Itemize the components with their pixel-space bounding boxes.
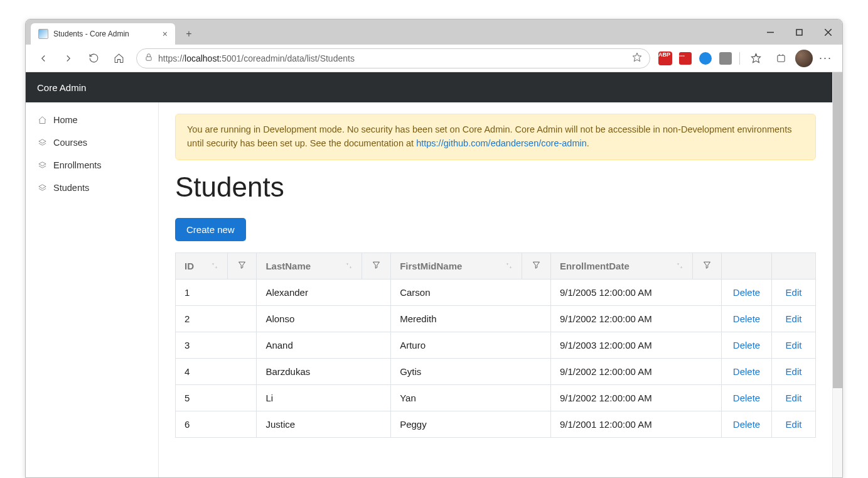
edit-link[interactable]: Edit <box>786 313 802 324</box>
delete-link[interactable]: Delete <box>733 340 760 350</box>
favorites-button[interactable] <box>745 47 768 70</box>
edit-link[interactable]: Edit <box>786 340 802 350</box>
cell: 9/1/2005 12:00:00 AM <box>550 279 721 305</box>
reload-button[interactable] <box>82 47 105 70</box>
delete-link[interactable]: Delete <box>733 313 760 324</box>
url-input[interactable]: https://localhost:5001/coreadmin/data/li… <box>136 48 650 68</box>
edit-cell: Edit <box>772 411 816 437</box>
table-row: 3AnandArturo9/1/2003 12:00:00 AMDeleteEd… <box>176 332 816 358</box>
table-row: 5LiYan9/1/2002 12:00:00 AMDeleteEdit <box>176 384 816 411</box>
cell: 1 <box>176 279 257 305</box>
sidebar-item-label: Courses <box>53 138 87 148</box>
favicon-icon <box>38 29 48 39</box>
app-topbar: Core Admin <box>26 72 832 102</box>
edit-link[interactable]: Edit <box>786 393 802 403</box>
tab-title: Students - Core Admin <box>53 30 129 38</box>
create-new-button[interactable]: Create new <box>175 218 246 241</box>
cell: 5 <box>176 384 257 411</box>
delete-link[interactable]: Delete <box>733 419 760 430</box>
alert-doc-link[interactable]: https://github.com/edandersen/core-admin <box>416 138 587 148</box>
extension-lastpass-icon[interactable]: ··· <box>677 50 694 67</box>
dev-mode-alert: You are running in Development mode. No … <box>175 114 816 160</box>
sidebar-item-students[interactable]: Students <box>26 177 158 199</box>
cell: 9/1/2002 12:00:00 AM <box>550 305 721 332</box>
tab-close-button[interactable]: × <box>163 29 168 39</box>
layers-icon <box>37 138 47 148</box>
filter-button-id[interactable] <box>228 253 257 279</box>
extension-gray-icon[interactable] <box>717 50 734 67</box>
edit-link[interactable]: Edit <box>786 366 802 377</box>
cell: Alexander <box>257 279 391 305</box>
sidebar-item-enrollments[interactable]: Enrollments <box>26 154 158 177</box>
close-window-button[interactable] <box>813 19 842 45</box>
browser-tab[interactable]: Students - Core Admin × <box>31 23 175 45</box>
delete-link[interactable]: Delete <box>733 366 760 377</box>
favorite-button[interactable] <box>632 52 642 64</box>
forward-button[interactable] <box>57 47 80 70</box>
profile-avatar[interactable] <box>795 50 813 67</box>
filter-button-firstmidname[interactable] <box>522 253 550 279</box>
sort-icon[interactable] <box>505 261 513 271</box>
svg-marker-12 <box>38 161 45 165</box>
students-table: IDLastNameFirstMidNameEnrollmentDate 1Al… <box>175 253 816 438</box>
svg-rect-4 <box>146 57 151 60</box>
more-menu-button[interactable]: ··· <box>815 52 836 65</box>
cell: 6 <box>176 411 257 437</box>
edit-link[interactable]: Edit <box>786 287 802 298</box>
cell: Gytis <box>391 358 551 384</box>
svg-marker-16 <box>533 262 539 268</box>
delete-cell: Delete <box>722 411 772 437</box>
back-button[interactable] <box>32 47 55 70</box>
scrollbar[interactable] <box>832 72 842 477</box>
svg-rect-1 <box>796 30 802 35</box>
scrollbar-thumb[interactable] <box>833 72 842 388</box>
column-header-id[interactable]: ID <box>176 253 228 279</box>
delete-link[interactable]: Delete <box>733 287 760 298</box>
extension-adblock-icon[interactable]: ABP <box>656 50 674 67</box>
column-header-firstmidname[interactable]: FirstMidName <box>391 253 522 279</box>
cell: 9/1/2002 12:00:00 AM <box>550 384 721 411</box>
edit-cell: Edit <box>772 384 816 411</box>
svg-marker-5 <box>633 53 641 61</box>
svg-marker-13 <box>38 184 45 188</box>
delete-cell: Delete <box>722 279 772 305</box>
table-row: 1AlexanderCarson9/1/2005 12:00:00 AMDele… <box>176 279 816 305</box>
table-row: 6JusticePeggy9/1/2001 12:00:00 AMDeleteE… <box>176 411 816 437</box>
sort-icon[interactable] <box>345 261 353 271</box>
sort-icon[interactable] <box>211 261 218 271</box>
brand-label: Core Admin <box>26 82 158 93</box>
delete-cell: Delete <box>722 384 772 411</box>
cell: 4 <box>176 358 257 384</box>
table-row: 2AlonsoMeredith9/1/2002 12:00:00 AMDelet… <box>176 305 816 332</box>
sort-icon[interactable] <box>676 261 683 271</box>
cell: Peggy <box>391 411 551 437</box>
window-controls <box>756 19 842 45</box>
sidebar-item-home[interactable]: Home <box>26 109 158 131</box>
delete-cell: Delete <box>722 332 772 358</box>
column-header-enrollmentdate[interactable]: EnrollmentDate <box>550 253 692 279</box>
maximize-button[interactable] <box>785 19 813 45</box>
cell: 9/1/2002 12:00:00 AM <box>550 358 721 384</box>
edit-cell: Edit <box>772 305 816 332</box>
svg-marker-14 <box>239 262 245 268</box>
extension-blue-icon[interactable] <box>697 50 714 67</box>
browser-window: Students - Core Admin × + https://localh… <box>25 19 843 478</box>
new-tab-button[interactable]: + <box>180 25 198 43</box>
delete-link[interactable]: Delete <box>733 393 760 403</box>
minimize-button[interactable] <box>756 19 785 45</box>
cell: Meredith <box>391 305 551 332</box>
column-header-edit <box>772 253 816 279</box>
edit-cell: Edit <box>772 332 816 358</box>
cell: Yan <box>391 384 551 411</box>
column-header-lastname[interactable]: LastName <box>257 253 362 279</box>
sidebar-item-courses[interactable]: Courses <box>26 131 158 154</box>
filter-button-enrollmentdate[interactable] <box>693 253 722 279</box>
address-bar: https://localhost:5001/coreadmin/data/li… <box>26 45 842 72</box>
edit-link[interactable]: Edit <box>786 419 802 430</box>
page-title: Students <box>175 171 816 203</box>
home-button[interactable] <box>107 47 130 70</box>
collections-button[interactable] <box>770 47 793 70</box>
cell: Justice <box>257 411 391 437</box>
filter-button-lastname[interactable] <box>362 253 391 279</box>
cell: Carson <box>391 279 551 305</box>
